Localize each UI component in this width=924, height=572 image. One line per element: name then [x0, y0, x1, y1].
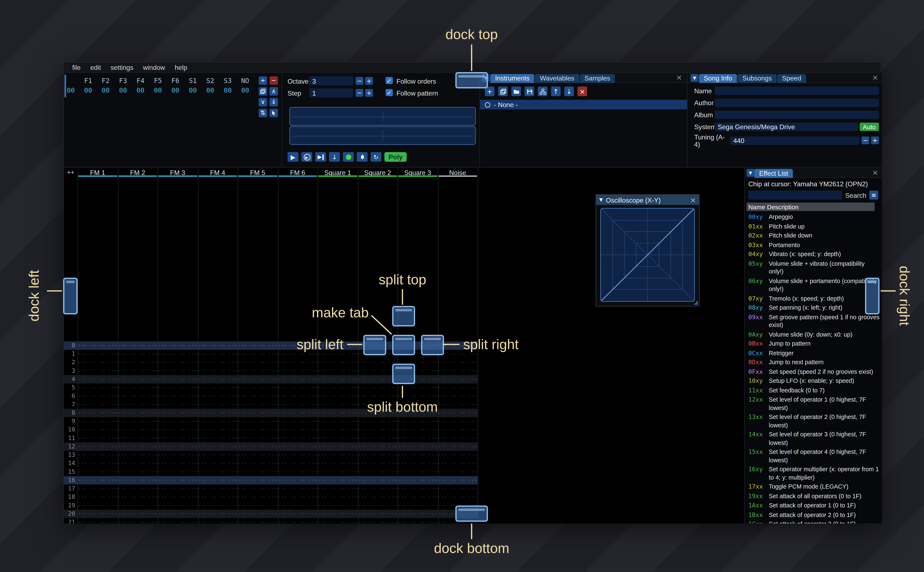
pattern-cell[interactable]: ··· ·· ·· ··· [157, 426, 198, 434]
pattern-cell[interactable]: ··· ·· ·· ··· [198, 392, 237, 400]
channel-header[interactable]: Square 1 [318, 168, 358, 177]
pattern-cell[interactable]: ··· ·· ·· ··· [397, 518, 438, 524]
menu-help[interactable]: help [170, 62, 192, 73]
pattern-cell[interactable]: ··· ·· ·· ··· [238, 426, 278, 434]
pattern-cell[interactable]: ··· ·· ·· ··· [78, 341, 118, 350]
pattern-cell[interactable]: ··· ·· ·· ··· [318, 442, 358, 451]
pattern-cell[interactable]: ··· ·· ·· ··· [278, 392, 318, 400]
step-decrease-button[interactable]: − [355, 89, 363, 97]
pattern-cell[interactable]: ··· ·· ·· ··· [318, 409, 358, 417]
pattern-row[interactable]: 9··· ·· ·· ······ ·· ·· ······ ·· ·· ···… [64, 417, 478, 426]
play-one-row-button[interactable]: ▶ [315, 152, 326, 162]
pattern-cell[interactable]: ··· ·· ·· ··· [198, 358, 237, 367]
oscilloscope-close-icon[interactable]: × [690, 196, 696, 204]
pattern-cell[interactable]: ··· ·· ·· ··· [238, 392, 278, 400]
pattern-cell[interactable]: ··· ·· ·· ··· [157, 459, 198, 468]
pattern-cell[interactable]: ··· ·· ·· ··· [397, 384, 438, 392]
pattern-cell[interactable]: ··· ·· ·· ··· [118, 434, 157, 442]
play-button[interactable]: ▶ [287, 152, 298, 162]
effect-row[interactable]: 0FxxSet speed (speed 2 if no grooves exi… [748, 367, 880, 376]
orders-value-cell[interactable]: 00 [132, 87, 149, 94]
pattern-cell[interactable]: ··· ·· ·· ··· [78, 442, 118, 451]
channel-header[interactable]: FM 3 [157, 168, 198, 177]
pattern-cell[interactable]: ··· ·· ·· ··· [198, 384, 237, 392]
pattern-cell[interactable]: ··· ·· ·· ··· [238, 434, 278, 442]
pattern-row[interactable]: 12··· ·· ·· ······ ·· ·· ······ ·· ·· ··… [64, 442, 478, 451]
pattern-cell[interactable]: ··· ·· ·· ··· [198, 468, 237, 476]
dock-right-target[interactable] [865, 278, 879, 314]
play-from-cursor-button[interactable]: ▶ [301, 152, 312, 162]
pattern-cell[interactable]: ··· ·· ·· ··· [358, 484, 397, 493]
pattern-row[interactable]: 15··· ·· ·· ······ ·· ·· ······ ·· ·· ··… [64, 468, 478, 476]
tuning-decrease-button[interactable]: − [862, 137, 869, 144]
pattern-cell[interactable]: ··· ·· ·· ··· [238, 384, 278, 392]
pattern-cell[interactable]: ··· ·· ·· ··· [238, 518, 278, 524]
pattern-cell[interactable]: ··· ·· ·· ··· [438, 426, 478, 434]
pattern-cell[interactable]: ··· ·· ·· ··· [397, 493, 438, 501]
instrument-open-button[interactable] [511, 87, 521, 96]
instruments-tab-wavetables[interactable]: Wavetables [535, 74, 579, 83]
octave-increase-button[interactable]: + [365, 77, 373, 85]
pattern-cell[interactable]: ··· ·· ·· ··· [318, 434, 358, 442]
channel-header[interactable]: FM 1 [78, 168, 118, 177]
repeat-pattern-button[interactable]: ↻ [371, 152, 382, 162]
pattern-cell[interactable]: ··· ·· ·· ··· [118, 409, 157, 417]
name-field[interactable] [715, 86, 879, 95]
pattern-cell[interactable]: ··· ·· ·· ··· [78, 384, 118, 392]
pattern-row[interactable]: 5··· ·· ·· ······ ·· ·· ······ ·· ·· ···… [64, 384, 478, 392]
pattern-cell[interactable]: ··· ·· ·· ··· [118, 417, 157, 426]
pattern-cell[interactable]: ··· ·· ·· ··· [358, 510, 397, 518]
pattern-cell[interactable]: ··· ·· ·· ··· [318, 375, 358, 384]
pattern-cell[interactable]: ··· ·· ·· ··· [438, 493, 478, 501]
pattern-cell[interactable]: ··· ·· ·· ··· [118, 510, 157, 518]
pattern-cell[interactable]: ··· ·· ·· ··· [438, 384, 478, 392]
menu-file[interactable]: file [67, 62, 86, 73]
pattern-cell[interactable]: ··· ·· ·· ··· [157, 409, 198, 417]
effect-row[interactable]: 0CxxRetrigger [748, 348, 880, 358]
pattern-cell[interactable]: ··· ·· ·· ··· [358, 375, 397, 384]
pattern-cell[interactable]: ··· ·· ·· ··· [278, 434, 318, 442]
pattern-cell[interactable]: ··· ·· ·· ··· [358, 384, 397, 392]
pattern-cell[interactable]: ··· ·· ·· ··· [238, 459, 278, 468]
pattern-cell[interactable]: ··· ·· ·· ··· [157, 501, 198, 510]
tab-effect-list[interactable]: Effect List [754, 169, 793, 178]
effect-row[interactable]: 09xxSet groove pattern (speed 1 if no gr… [748, 312, 880, 330]
pattern-cell[interactable]: ··· ·· ·· ··· [278, 451, 318, 459]
pattern-cell[interactable]: ··· ·· ·· ··· [278, 459, 318, 468]
pattern-cell[interactable]: ··· ·· ·· ··· [278, 518, 318, 524]
effect-row[interactable]: 02xxPitch slide down [748, 231, 880, 240]
menu-window[interactable]: window [138, 62, 170, 73]
pattern-cell[interactable]: ··· ·· ·· ··· [198, 501, 237, 510]
pattern-cell[interactable]: ··· ·· ·· ··· [397, 501, 438, 510]
instrument-organize-button[interactable] [538, 87, 547, 96]
pattern-cell[interactable]: ··· ·· ·· ··· [438, 476, 478, 484]
order-change-all-button[interactable]: ⇅ [259, 109, 267, 117]
channel-header[interactable]: Noise [438, 168, 478, 177]
pattern-row[interactable]: 4··· ·· ·· ······ ·· ·· ······ ·· ·· ···… [64, 375, 478, 384]
pattern-cell[interactable]: ··· ·· ·· ··· [397, 451, 438, 459]
split-left-target[interactable] [363, 335, 386, 355]
pattern-cell[interactable]: ··· ·· ·· ··· [78, 417, 118, 426]
pattern-expand-button[interactable]: ++ [64, 168, 78, 177]
split-bottom-target[interactable] [392, 364, 415, 384]
pattern-cell[interactable]: ··· ·· ·· ··· [118, 392, 157, 400]
pattern-cell[interactable]: ··· ·· ·· ··· [78, 510, 118, 518]
channel-header[interactable]: Square 2 [358, 168, 397, 177]
effect-row[interactable]: 1BxxSet attack of operator 2 (0 to 1F) [748, 510, 880, 519]
pattern-cell[interactable]: ··· ·· ·· ··· [358, 476, 397, 484]
pattern-cell[interactable]: ··· ·· ·· ··· [397, 510, 438, 518]
pattern-cell[interactable]: ··· ·· ·· ··· [438, 367, 478, 375]
orders-value-cell[interactable]: 00 [237, 87, 254, 94]
pattern-cell[interactable]: ··· ·· ·· ··· [397, 434, 438, 442]
pattern-cell[interactable]: ··· ·· ·· ··· [198, 518, 237, 524]
order-add-button[interactable]: + [259, 76, 267, 85]
pattern-cell[interactable]: ··· ·· ·· ··· [278, 468, 318, 476]
pattern-cell[interactable]: ··· ·· ·· ··· [438, 375, 478, 384]
pattern-cell[interactable]: ··· ·· ·· ··· [118, 350, 157, 358]
pattern-row[interactable]: 16··· ·· ·· ······ ·· ·· ······ ·· ·· ··… [64, 476, 478, 484]
pattern-cell[interactable]: ··· ·· ·· ··· [438, 392, 478, 400]
pattern-cell[interactable]: ··· ·· ·· ··· [358, 451, 397, 459]
pattern-cell[interactable]: ··· ·· ·· ··· [278, 375, 318, 384]
order-edit-mode-button[interactable] [270, 109, 278, 117]
order-move-up-button[interactable]: ∧ [270, 87, 278, 96]
